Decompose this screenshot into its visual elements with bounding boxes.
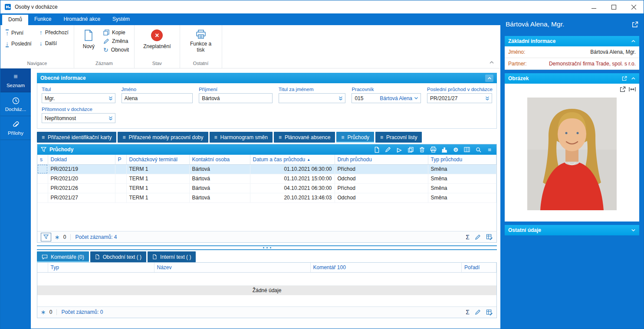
row-selector-cell[interactable]: [37, 174, 48, 183]
fit-width-icon[interactable]: [629, 86, 636, 92]
copy-row-icon[interactable]: [407, 146, 414, 153]
tab-pracovni-listy[interactable]: ≡Pracovní listy: [375, 132, 422, 143]
partner-field-label: Partner:: [508, 61, 527, 67]
new-row-icon[interactable]: [373, 146, 380, 153]
chart-icon[interactable]: [441, 146, 448, 153]
first-record-button[interactable]: ↑ První: [6, 29, 32, 36]
minimize-button[interactable]: [584, 0, 604, 13]
tab-label: Harmonogram směn: [220, 134, 268, 140]
auto-filter-icon[interactable]: ∗: [55, 234, 60, 240]
run-icon[interactable]: ▷: [396, 146, 403, 153]
pritomnost-combo[interactable]: Nepřítomnost: [42, 113, 115, 123]
column-header-poradi[interactable]: Pořadí: [462, 263, 496, 272]
pracovnik-combo[interactable]: 015 Bártová Alena: [352, 93, 421, 103]
close-button[interactable]: [624, 0, 644, 13]
ribbon-collapse-icon[interactable]: [489, 59, 494, 65]
column-header-terminal[interactable]: Docházkový terminál: [126, 155, 189, 164]
sidebar-item-seznam[interactable]: ≡ Seznam: [0, 68, 31, 92]
column-header-datum[interactable]: Datum a čas průchodu▲: [250, 155, 335, 164]
table-edit-icon[interactable]: [486, 309, 493, 316]
row-selector-cell[interactable]: [37, 193, 48, 202]
collapse-section-icon[interactable]: [631, 39, 636, 43]
sidebar-item-dochazka[interactable]: Docház...: [0, 92, 31, 116]
tab-label: Obchodní text ( ): [103, 254, 141, 260]
copy-button[interactable]: Kopie: [103, 29, 129, 36]
ribbon-tab-funkce[interactable]: Funkce: [28, 13, 57, 25]
table-row[interactable]: PR/2021/26 TERM 1 Bártová 04.10.2021 06:…: [37, 183, 496, 193]
table-header-row: Typ Název Komentář 100 Pořadí: [37, 263, 496, 272]
posledni-pruchod-value: PR/2021/27: [430, 95, 457, 101]
next-record-label: Další: [45, 40, 57, 46]
tab-pruchody[interactable]: ≡Průchody: [336, 132, 374, 143]
prijmeni-input[interactable]: [199, 93, 273, 103]
table-edit-icon[interactable]: [486, 234, 493, 240]
grid-menu-icon[interactable]: ≡: [486, 146, 493, 153]
column-header-nazev[interactable]: Název: [154, 263, 310, 272]
previous-record-button[interactable]: ↑ Předchozí: [39, 29, 69, 36]
sum-icon[interactable]: Σ: [466, 309, 470, 315]
row-selector-cell[interactable]: [37, 183, 48, 193]
column-header-doklad[interactable]: Doklad: [48, 155, 115, 164]
sum-icon[interactable]: Σ: [466, 234, 470, 240]
column-header-p[interactable]: P: [115, 155, 126, 164]
column-header-typ[interactable]: Typ průchodu: [428, 155, 496, 164]
general-info-body: Titul Mgr. Jméno Pří: [37, 83, 497, 129]
edit-icon[interactable]: [475, 234, 481, 240]
refresh-button[interactable]: ↻ Obnovit: [103, 47, 129, 53]
column-header-osoba[interactable]: Kontaktní osoba: [189, 155, 250, 164]
edit-row-icon[interactable]: [384, 146, 391, 153]
sidebar-item-prilohy[interactable]: Přílohy: [0, 116, 31, 140]
auto-filter-icon[interactable]: ∗: [41, 309, 46, 315]
tab-interni-text[interactable]: Interní text ( ): [148, 251, 196, 262]
ribbon-tab-system[interactable]: Systém: [106, 13, 136, 25]
filter-button[interactable]: [41, 233, 51, 241]
pracovnik-label: Pracovník: [352, 87, 421, 92]
column-header-typ[interactable]: Typ: [48, 263, 154, 272]
partner-field-value[interactable]: Demonstrační firma Trade, spol. s r.o.: [549, 61, 636, 67]
ribbon-tab-domu[interactable]: Domů: [2, 15, 28, 25]
table-row[interactable]: PR/2021/20 TERM 1 Bártová 01.10.2021 15:…: [37, 174, 496, 183]
sort-ascending-icon: ▲: [307, 158, 310, 162]
maximize-button[interactable]: [604, 0, 624, 13]
last-record-button[interactable]: ↓ Poslední: [6, 40, 32, 47]
collapse-panel-button[interactable]: [485, 75, 493, 82]
new-record-button[interactable]: Nový: [79, 29, 98, 49]
collapse-section-icon[interactable]: [631, 77, 636, 80]
next-record-button[interactable]: ↓ Další: [39, 40, 69, 46]
row-selector-cell[interactable]: [37, 164, 48, 174]
ribbon: Domů Funkce Hromadné akce Systém ↑ První: [0, 13, 500, 68]
tab-komentare[interactable]: Komentáře (0): [37, 251, 89, 262]
ribbon-tab-hromadne-akce[interactable]: Hromadné akce: [57, 13, 106, 25]
tab-prirazene-identifikacni-karty[interactable]: ≡Přiřazené identifikační karty: [37, 132, 116, 143]
popup-section-icon[interactable]: [622, 76, 627, 81]
search-settings-icon[interactable]: [475, 146, 482, 153]
functions-print-button[interactable]: Funkce a tisk: [185, 29, 217, 53]
tab-obchodni-text[interactable]: Obchodní text ( ): [90, 251, 146, 262]
tab-prirazene-modely-pracovni-doby[interactable]: ≡Přiřazené modely pracovní doby: [118, 132, 208, 143]
tab-planovane-absence[interactable]: ≡Plánované absence: [274, 132, 335, 143]
column-header-komentar[interactable]: Komentář 100: [310, 263, 462, 272]
delete-row-icon[interactable]: [418, 146, 425, 153]
titul-za-jmenem-label: Titul za jménem: [279, 87, 346, 92]
list-icon: ≡: [42, 135, 45, 140]
invalidate-button[interactable]: × Zneplatnění: [140, 29, 174, 49]
expand-section-icon[interactable]: [631, 228, 636, 232]
table-row[interactable]: PR/2021/27 TERM 1 Bártová 20.10.2021 13:…: [37, 193, 496, 202]
table-row[interactable]: PR/2021/19 TERM 1 Bártová 01.10.2021 06:…: [37, 164, 496, 174]
column-header-s[interactable]: s: [37, 155, 48, 164]
columns-icon[interactable]: [463, 146, 470, 153]
edit-button[interactable]: Změna: [103, 38, 129, 44]
horizontal-splitter[interactable]: [37, 245, 497, 250]
open-in-window-icon[interactable]: [632, 21, 638, 28]
settings-gear-icon[interactable]: ⚙: [452, 146, 459, 153]
posledni-pruchod-combo[interactable]: PR/2021/27: [427, 93, 492, 103]
tab-harmonogram-smen[interactable]: ≡Harmonogram směn: [210, 132, 273, 143]
column-label: Datum a čas průchodu: [253, 156, 306, 163]
open-image-icon[interactable]: [620, 86, 626, 92]
jmeno-input[interactable]: [122, 93, 193, 103]
print-icon[interactable]: [430, 146, 437, 153]
column-header-druh[interactable]: Druh průchodu: [335, 155, 428, 164]
edit-icon[interactable]: [475, 309, 481, 315]
titul-combo[interactable]: Mgr.: [42, 93, 115, 103]
titul-za-jmenem-combo[interactable]: [279, 93, 346, 103]
